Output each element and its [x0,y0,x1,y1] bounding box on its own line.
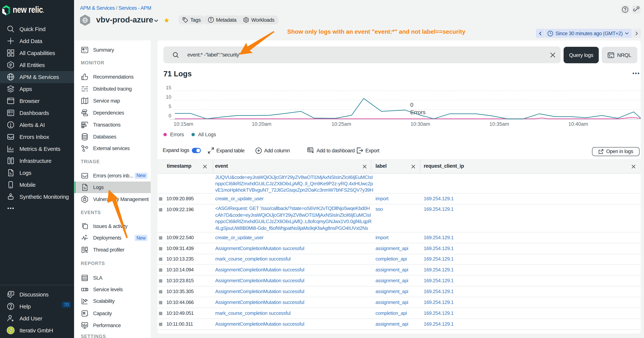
svg-text:10:25am: 10:25am [332,121,351,127]
svg-text:0: 0 [410,102,414,108]
svg-text:5: 5 [169,104,171,109]
svg-text:10:40am: 10:40am [568,121,588,127]
svg-text:10:20am: 10:20am [252,121,271,127]
svg-text:10:35am: 10:35am [489,121,509,127]
svg-text:15: 15 [166,85,171,90]
svg-text:Errors: Errors [410,109,426,115]
svg-text:10:30am: 10:30am [410,121,430,127]
svg-text:10:15am: 10:15am [174,121,193,127]
svg-text:10: 10 [166,94,171,100]
svg-text:0: 0 [169,113,171,119]
